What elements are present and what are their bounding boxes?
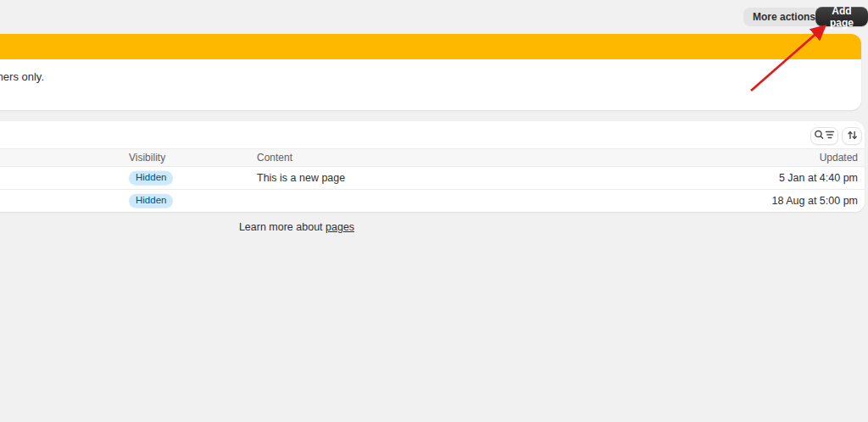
content-cell: This is a new page (257, 172, 345, 184)
banner-accent-bar (0, 34, 861, 59)
pages-admin-screen: More actions Add page mers only. (0, 0, 868, 422)
banner-card: mers only. (0, 34, 861, 110)
more-actions-label: More actions (753, 11, 815, 23)
table-header-row: Visibility Content Updated (0, 148, 865, 167)
footer-help-label: Learn more about (239, 221, 323, 233)
column-header-content[interactable]: Content (257, 152, 292, 164)
table-row[interactable]: Hidden 18 Aug at 5:00 pm (0, 189, 865, 212)
footer-help-text: Learn more about pages (0, 221, 593, 233)
page-header-actions: More actions Add page (0, 0, 868, 34)
pages-table-card: Visibility Content Updated Hidden This i… (0, 121, 865, 212)
status-badge: Hidden (129, 171, 173, 186)
add-page-label: Add page (825, 5, 859, 29)
search-and-filter-icon (814, 129, 835, 143)
updated-cell: 18 Aug at 5:00 pm (772, 195, 858, 207)
table-toolbar (0, 121, 865, 148)
visibility-cell: Hidden (129, 194, 173, 208)
status-badge: Hidden (129, 194, 173, 208)
pages-help-link[interactable]: pages (326, 221, 354, 233)
column-header-visibility[interactable]: Visibility (129, 152, 165, 164)
banner-message: mers only. (0, 71, 44, 82)
table-row[interactable]: Hidden This is a new page 5 Jan at 4:40 … (0, 167, 865, 189)
column-header-updated[interactable]: Updated (820, 152, 858, 164)
sort-button[interactable] (842, 127, 862, 145)
add-page-button[interactable]: Add page (815, 7, 868, 26)
search-and-filter-button[interactable] (810, 127, 838, 145)
visibility-cell: Hidden (129, 171, 173, 186)
updated-cell: 5 Jan at 4:40 pm (779, 172, 858, 184)
sort-icon (847, 130, 858, 143)
